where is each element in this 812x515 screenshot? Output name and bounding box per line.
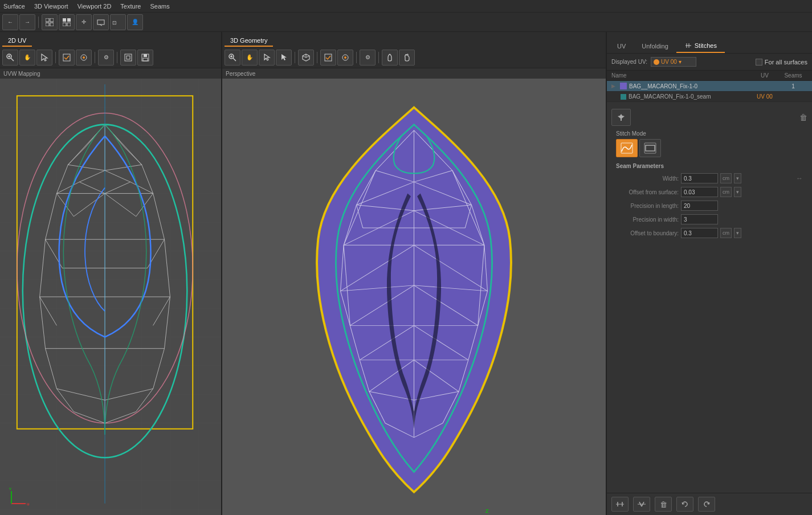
svg-rect-115	[325, 54, 332, 61]
quad-view-button[interactable]	[59, 14, 75, 30]
stitch-mode-label: Stitch Mode	[611, 128, 807, 138]
3d-rotate-tool[interactable]	[337, 50, 353, 66]
svg-rect-190	[644, 143, 656, 153]
tab-uv[interactable]: UV	[609, 40, 634, 53]
trash-icon[interactable]: 🗑	[799, 113, 807, 122]
param-prec-len-label: Precision in length:	[616, 203, 679, 209]
param-width-unit: cm	[720, 173, 732, 183]
stitch-mode-curve-btn[interactable]	[616, 139, 638, 157]
distribute-icon	[615, 500, 625, 509]
child-row-seam[interactable]: BAG_MACARON_Fix-1-0_seam UV 00	[607, 92, 812, 102]
3d-select1-tool[interactable]	[259, 50, 275, 66]
select-tool[interactable]	[36, 50, 52, 66]
param-prec-len-row: Precision in length:	[611, 199, 807, 212]
svg-marker-15	[42, 54, 47, 61]
param-offset-unit-dropdown[interactable]: ▾	[734, 187, 741, 197]
bottom-btn-1[interactable]	[611, 497, 629, 512]
param-width-input[interactable]	[681, 173, 718, 183]
menu-bar: Surface 3D Viewport Viewport 2D Texture …	[0, 0, 812, 13]
col-uv: UV	[750, 72, 779, 79]
svg-point-117	[344, 56, 346, 59]
display-button[interactable]	[93, 14, 109, 30]
child-name-text: BAG_MACARON_Fix-1-0_seam	[629, 93, 711, 100]
stitches-label: Stitches	[695, 42, 717, 49]
bottom-btn-2[interactable]	[633, 497, 650, 512]
row-name-text: BAG__MACARON_Fix-1-0	[629, 83, 697, 89]
rotate-left-icon	[680, 500, 689, 509]
rotate-select-tool[interactable]	[76, 50, 92, 66]
svg-line-12	[11, 58, 14, 61]
dropdown-arrow: ▾	[679, 59, 682, 65]
rotate-right-icon	[702, 500, 711, 509]
3d-pan-tool[interactable]: ✋	[242, 50, 258, 66]
3d-cube-tool[interactable]	[298, 50, 314, 66]
align-icon	[636, 500, 647, 509]
grid-button[interactable]	[42, 14, 58, 30]
bottom-btn-rotate-left[interactable]	[676, 497, 693, 512]
redo-button[interactable]: →	[19, 14, 35, 30]
panel-3d-tabs: 3D Geometry	[222, 32, 606, 47]
param-offset-unit: cm	[720, 187, 732, 197]
param-boundary-unit-dropdown[interactable]: ▾	[734, 228, 741, 238]
uv-viewport[interactable]: u v	[0, 79, 221, 515]
3d-settings-tool[interactable]: ⚙	[360, 50, 376, 66]
param-prec-len-input[interactable]	[681, 201, 718, 211]
menu-viewport-2d[interactable]: Viewport 2D	[77, 3, 112, 10]
settings-tool[interactable]: ⚙	[98, 50, 114, 66]
param-offset-input[interactable]	[681, 187, 718, 197]
3d-grab-tool[interactable]	[399, 50, 415, 66]
svg-text:v: v	[9, 487, 11, 491]
bottom-btn-trash[interactable]: 🗑	[655, 497, 672, 512]
uv-dropdown[interactable]: UV 00 ▾	[651, 57, 696, 67]
pin-icon-btn[interactable]	[611, 109, 631, 126]
menu-texture[interactable]: Texture	[120, 3, 141, 10]
svg-text:⊡: ⊡	[112, 20, 117, 26]
perspective-label: Perspective	[222, 68, 606, 79]
bottom-btn-rotate-right[interactable]	[698, 497, 715, 512]
sep3d-3	[356, 52, 357, 63]
pin-icon	[617, 113, 626, 122]
row-name-bag-macaron: ▶ BAG__MACARON_Fix-1-0	[611, 83, 750, 89]
tab-stitches[interactable]: Stitches	[676, 39, 725, 53]
tab-unfolding[interactable]: Unfolding	[634, 40, 676, 53]
row-color-swatch	[620, 83, 627, 89]
3d-zoom-tool[interactable]	[225, 50, 240, 66]
svg-rect-0	[46, 18, 49, 22]
sep2d-1	[55, 52, 56, 63]
stitch-mode-rect-btn[interactable]	[639, 139, 661, 157]
for-all-surfaces-checkbox[interactable]	[756, 59, 762, 66]
col-seams: Seams	[779, 72, 807, 79]
menu-surface[interactable]: Surface	[3, 3, 25, 10]
3d-check-tool[interactable]	[320, 50, 336, 66]
param-boundary-input[interactable]	[681, 228, 718, 238]
row-expand-icon[interactable]: ▶	[611, 83, 615, 89]
pan-tool[interactable]: ✋	[19, 50, 35, 66]
table-row-bag-macaron[interactable]: ▶ BAG__MACARON_Fix-1-0 1	[607, 81, 812, 92]
frame-tool[interactable]	[120, 50, 136, 66]
param-width-unit-dropdown[interactable]: ▾	[734, 173, 741, 183]
svg-line-110	[233, 58, 236, 61]
3d-hand2-tool[interactable]	[382, 50, 398, 66]
select-check-tool[interactable]	[59, 50, 75, 66]
param-prec-wid-input[interactable]	[681, 214, 718, 224]
tab-2d-uv[interactable]: 2D UV	[2, 35, 32, 47]
3d-select2-tool[interactable]	[276, 50, 292, 66]
tab-3d-geometry[interactable]: 3D Geometry	[225, 35, 273, 47]
save-tool[interactable]	[137, 50, 153, 66]
3d-viewport[interactable]: x z	[222, 79, 606, 515]
param-boundary-row: Offset to boundary: cm ▾	[611, 226, 807, 240]
layout2-button[interactable]: ⊡	[110, 14, 126, 30]
zoom-tool[interactable]	[2, 50, 18, 66]
svg-point-18	[83, 56, 85, 59]
person-button[interactable]: 👤	[127, 14, 143, 30]
undo-button[interactable]: ←	[2, 14, 18, 30]
bottom-icons: 🗑	[607, 493, 812, 515]
menu-3d-viewport[interactable]: 3D Viewport	[34, 3, 68, 10]
svg-rect-3	[50, 23, 54, 26]
rect-stitch-icon	[644, 142, 656, 154]
add-button[interactable]: ✛	[76, 14, 92, 30]
param-width-link[interactable]: ↔	[796, 174, 803, 182]
properties-area: 🗑 Stitch Mode Seam	[607, 102, 812, 493]
menu-seams[interactable]: Seams	[150, 3, 169, 10]
svg-rect-4	[63, 18, 66, 22]
